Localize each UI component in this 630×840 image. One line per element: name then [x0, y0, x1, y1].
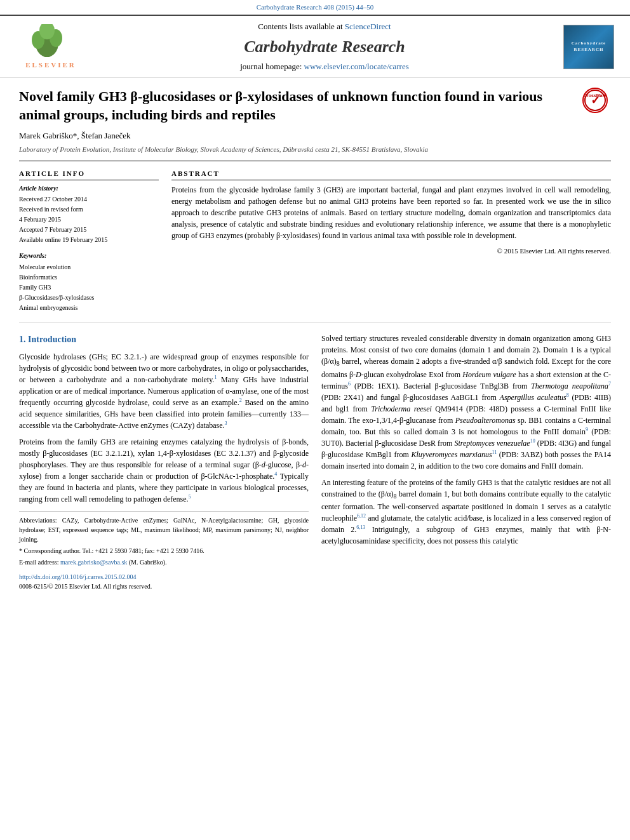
doi-link[interactable]: http://dx.doi.org/10.1016/j.carres.2015.… — [19, 573, 137, 580]
journal-reference-text: Carbohydrate Research 408 (2015) 44–50 — [257, 3, 374, 11]
keyword-bioinformatics: Bioinformatics — [19, 272, 159, 283]
homepage-label: journal homepage: — [240, 62, 302, 71]
abstract-text: Proteins from the glycoside hydrolase fa… — [171, 184, 611, 241]
abbreviations-footnote: Abbreviations: CAZy, Carbohydrate-Active… — [19, 516, 309, 544]
footnotes: Abbreviations: CAZy, Carbohydrate-Active… — [19, 511, 309, 591]
corresponding-footnote: * Corresponding author. Tel.: +421 2 593… — [19, 546, 309, 556]
intro-paragraph-2: Proteins from the family GH3 are retaini… — [19, 436, 309, 505]
revised-date: 4 February 2015 — [19, 215, 159, 225]
science-direct-label: Contents lists available at ScienceDirec… — [95, 21, 554, 32]
keyword-glucosidases: β-Glucosidases/β-xylosidases — [19, 293, 159, 303]
email-author: (M. Gabriško). — [129, 559, 167, 566]
doi-section: http://dx.doi.org/10.1016/j.carres.2015.… — [19, 572, 309, 582]
homepage-line: journal homepage: www.elsevier.com/locat… — [95, 61, 554, 72]
ref-1: 1 — [214, 375, 217, 380]
authors-line: Marek Gabriško*, Štefan Janeček — [19, 130, 611, 142]
keywords-label: Keywords: — [19, 251, 159, 260]
elsevier-wordmark: ELSEVIER — [25, 60, 76, 70]
available-date: Available online 19 February 2015 — [19, 235, 159, 245]
ref-2: 2 — [239, 397, 242, 403]
abstract-heading: ABSTRACT — [171, 169, 611, 180]
journal-cover-image: Carbohydrate RESEARCH — [563, 25, 614, 69]
intro-paragraph-1: Glycoside hydrolases (GHs; EC 3.2.1.-) a… — [19, 351, 309, 431]
right-body-column: Solved tertiary structures revealed cons… — [321, 333, 611, 593]
ref-11: 11 — [492, 450, 497, 455]
article-info-heading: ARTICLE INFO — [19, 169, 159, 180]
main-content: Novel family GH3 β-glucosidases or β-xyl… — [0, 78, 630, 603]
ref-5: 5 — [189, 494, 191, 500]
ref-6-12: 6,12 — [357, 513, 366, 519]
ref-6-13: 6,13 — [356, 524, 365, 530]
ref-3: 3 — [225, 420, 227, 426]
journal-name: Carbohydrate Research — [95, 36, 554, 58]
ref-7: 7 — [608, 381, 611, 387]
release-word: release — [166, 460, 187, 469]
email-label: E-mail address: — [19, 559, 58, 566]
received-date: Received 27 October 2014 — [19, 194, 159, 204]
abstract-panel: ABSTRACT Proteins from the glycoside hyd… — [171, 169, 611, 313]
article-history: Article history: Received 27 October 201… — [19, 184, 159, 245]
email-link[interactable]: marek.gabrisko@savba.sk — [60, 559, 127, 566]
ref-6: 6 — [348, 381, 351, 387]
article-title-section: Novel family GH3 β-glucosidases or β-xyl… — [19, 88, 611, 124]
science-direct-link[interactable]: ScienceDirect — [345, 22, 391, 31]
ref-9: 9 — [586, 427, 588, 432]
keyword-embryogenesis: Animal embryogenesis — [19, 303, 159, 313]
keyword-family-gh3: Family GH3 — [19, 283, 159, 293]
crossmark-icon: ✓ CrossMark — [582, 88, 608, 113]
received-revised-label: Received in revised form — [19, 204, 159, 215]
article-info-panel: ARTICLE INFO Article history: Received 2… — [19, 169, 159, 313]
introduction-heading: 1. Introduction — [19, 333, 309, 346]
cover-text: Carbohydrate RESEARCH — [572, 41, 606, 53]
article-dates: Received 27 October 2014 Received in rev… — [19, 194, 159, 245]
accepted-date: Accepted 7 February 2015 — [19, 225, 159, 235]
elsevier-logo: ELSEVIER — [25, 24, 76, 70]
affiliation-text: Laboratory of Protein Evolution, Institu… — [19, 145, 611, 161]
section-divider — [19, 323, 611, 323]
keywords-section: Keywords: Molecular evolution Bioinforma… — [19, 251, 159, 313]
journal-header: ELSEVIER Contents lists available at Sci… — [0, 15, 630, 78]
elsevier-tree-icon — [25, 24, 76, 59]
journal-title-section: Contents lists available at ScienceDirec… — [95, 21, 554, 72]
journal-reference: Carbohydrate Research 408 (2015) 44–50 — [0, 0, 630, 15]
right-paragraph-1: Solved tertiary structures revealed cons… — [321, 333, 611, 471]
body-content: 1. Introduction Glycoside hydrolases (GH… — [19, 333, 611, 593]
right-paragraph-2: An interesting feature of the proteins o… — [321, 477, 611, 547]
svg-text:CrossMark: CrossMark — [584, 93, 607, 98]
article-title: Novel family GH3 β-glucosidases or β-xyl… — [19, 88, 542, 123]
crossmark-badge[interactable]: ✓ CrossMark — [579, 88, 611, 113]
crossmark-svg: ✓ CrossMark — [584, 89, 607, 112]
journal-cover-section: Carbohydrate RESEARCH — [560, 25, 617, 69]
ref-8: 8 — [566, 392, 569, 398]
info-abstract-section: ARTICLE INFO Article history: Received 2… — [19, 169, 611, 313]
ref-10: 10 — [530, 438, 535, 444]
left-body-column: 1. Introduction Glycoside hydrolases (GH… — [19, 333, 309, 593]
issn-line: 0008-6215/© 2015 Elsevier Ltd. All right… — [19, 582, 309, 591]
history-label: Article history: — [19, 184, 159, 193]
email-footnote: E-mail address: marek.gabrisko@savba.sk … — [19, 557, 309, 567]
copyright-notice: © 2015 Elsevier Ltd. All rights reserved… — [171, 246, 611, 256]
author-names: Marek Gabriško*, Štefan Janeček — [19, 131, 130, 140]
keyword-molecular-evolution: Molecular evolution — [19, 262, 159, 272]
publisher-logo-section: ELSEVIER — [13, 24, 89, 70]
homepage-link[interactable]: www.elsevier.com/locate/carres — [304, 62, 409, 71]
ref-4: 4 — [274, 471, 277, 477]
science-direct-prefix: Contents lists available at — [258, 22, 342, 31]
